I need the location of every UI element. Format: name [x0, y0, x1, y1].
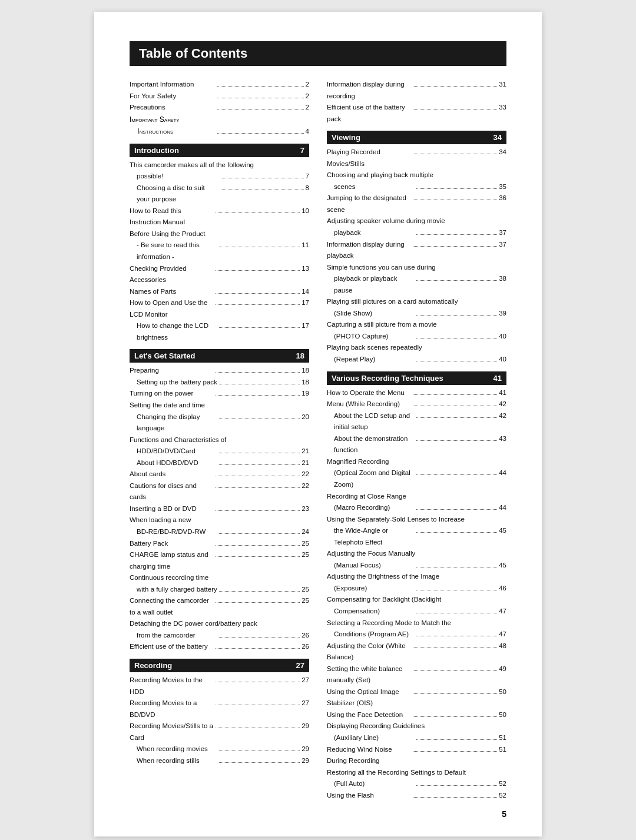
list-item: Setting the white balance manually (Set)… — [327, 663, 506, 686]
list-item: CHARGE lamp status and charging time 25 — [130, 549, 309, 572]
section-recording-entries: Recording Movies to the HDD 27 Recording… — [130, 675, 309, 766]
list-item: Cautions for discs and cards 22 — [130, 480, 309, 503]
list-item: Adjusting the Focus Manually — [327, 548, 506, 560]
page: Table of Contents Important Information … — [94, 12, 542, 836]
section-introduction-entries: This camcorder makes all of the followin… — [130, 160, 309, 344]
list-item: Selecting a Recording Mode to Match the — [327, 617, 506, 629]
list-item: Playing back scenes repeatedly — [327, 342, 506, 354]
section-recording-techniques-num: 41 — [493, 374, 502, 383]
section-viewing: Viewing 34 — [327, 131, 506, 144]
list-item: Menu (While Recording) 42 — [327, 399, 506, 410]
list-item: Using the Flash 52 — [327, 790, 506, 802]
list-item: Playing still pictures on a card automat… — [327, 296, 506, 308]
top-entries-right: Information display during recording 31 … — [327, 79, 506, 125]
list-item: Connecting the camcorder to a wall outle… — [130, 595, 309, 618]
list-item: BD-RE/BD-R/DVD-RW 24 — [130, 526, 309, 538]
list-item: (Exposure) 46 — [327, 583, 506, 595]
section-viewing-entries: Playing Recorded Movies/Stills 34 Choosi… — [327, 147, 506, 365]
list-item: (Repeat Play) 40 — [327, 354, 506, 366]
list-item: Using the Face Detection 50 — [327, 709, 506, 721]
list-item: Choosing a disc to suit your purpose 8 — [130, 182, 309, 205]
list-item: with a fully charged battery 25 — [130, 584, 309, 596]
list-item: How to change the LCD brightness 17 — [130, 320, 309, 343]
section-introduction-num: 7 — [300, 146, 304, 155]
list-item: (Macro Recording) 44 — [327, 502, 506, 514]
list-item: Names of Parts 14 — [130, 286, 309, 298]
list-item: Jumping to the designated scene 36 — [327, 192, 506, 215]
section-introduction: Introduction 7 — [130, 144, 309, 157]
top-entries-left: Important Information 2 For Your Safety … — [130, 79, 309, 138]
list-item: Changing the display language 20 — [130, 411, 309, 434]
list-item: - Be sure to read this information - 11 — [130, 240, 309, 263]
section-recording-num: 27 — [296, 661, 304, 670]
list-item: Functions and Characteristics of — [130, 434, 309, 446]
list-item: How to Read this Instruction Manual 10 — [130, 205, 309, 228]
list-item: Using the Optical Image Stabilizer (OIS)… — [327, 686, 506, 709]
list-item: Setting the date and time — [130, 400, 309, 411]
list-item: (Full Auto) 52 — [327, 778, 506, 790]
page-number: 5 — [502, 809, 506, 819]
list-item: Compensation) 47 — [327, 606, 506, 617]
toc-entry-precautions: Precautions 2 — [130, 102, 309, 114]
list-item: Using the Separately-Sold Lenses to Incr… — [327, 514, 506, 526]
list-item: Adjusting the Color (White Balance) 48 — [327, 640, 506, 663]
list-item: scenes 35 — [327, 181, 506, 193]
list-item: (Manual Focus) 45 — [327, 560, 506, 572]
list-item: (Auxiliary Line) 51 — [327, 732, 506, 744]
right-column: Information display during recording 31 … — [327, 79, 506, 801]
section-get-started: Let's Get Started 18 — [130, 349, 309, 363]
list-item: Recording Movies/Stills to a Card 29 — [130, 721, 309, 743]
section-viewing-num: 34 — [493, 133, 502, 142]
list-item: possible! 7 — [130, 171, 309, 182]
section-recording-techniques-title: Various Recording Techniques — [332, 374, 443, 383]
section-recording-title: Recording — [134, 661, 172, 670]
list-item: When recording movies 29 — [130, 743, 309, 755]
list-item: (PHOTO Capture) 40 — [327, 331, 506, 343]
list-item: HDD/BD/DVD/Card 21 — [130, 446, 309, 457]
list-item: Restoring all the Recording Settings to … — [327, 767, 506, 779]
list-item: Recording Movies to the HDD 27 — [130, 675, 309, 698]
list-item: Reducing Wind Noise During Recording 51 — [327, 744, 506, 767]
section-introduction-title: Introduction — [134, 146, 179, 155]
list-item: Preparing 18 — [130, 365, 309, 377]
list-item: Efficient use of the battery 26 — [130, 641, 309, 653]
list-item: Recording Movies to a BD/DVD 27 — [130, 698, 309, 721]
section-get-started-entries: Preparing 18 Setting up the battery pack… — [130, 365, 309, 653]
list-item: Information display during playback 37 — [327, 239, 506, 262]
list-item: Setting up the battery pack 18 — [130, 377, 309, 389]
list-item: from the camcorder 26 — [130, 630, 309, 642]
list-item: This camcorder makes all of the followin… — [130, 160, 309, 171]
list-item: When recording stills 29 — [130, 755, 309, 767]
list-item: Capturing a still picture from a movie — [327, 319, 506, 331]
list-item: Recording at Close Range — [327, 491, 506, 503]
left-column: Important Information 2 For Your Safety … — [130, 79, 309, 801]
list-item: Simple functions you can use during — [327, 262, 506, 274]
list-item: Playing Recorded Movies/Stills 34 — [327, 147, 506, 170]
toc-entry-safety: For Your Safety 2 — [130, 91, 309, 102]
list-item: (Optical Zoom and Digital Zoom) 44 — [327, 467, 506, 490]
section-viewing-title: Viewing — [332, 133, 360, 142]
list-item: How to Operate the Menu 41 — [327, 387, 506, 399]
section-get-started-num: 18 — [296, 351, 304, 360]
list-item: playback 37 — [327, 227, 506, 239]
list-item: Adjusting the Brightness of the Image — [327, 571, 506, 583]
section-recording-techniques-entries: How to Operate the Menu 41 Menu (While R… — [327, 387, 506, 802]
list-item: Adjusting speaker volume during movie — [327, 215, 506, 227]
list-item: About cards 22 — [130, 469, 309, 480]
page-title: Table of Contents — [130, 41, 506, 66]
list-item: Continuous recording time — [130, 572, 309, 584]
list-item: Compensating for Backlight (Backlight — [327, 594, 506, 606]
section-recording-techniques: Various Recording Techniques 41 — [327, 371, 506, 385]
list-item: Battery Pack 25 — [130, 538, 309, 550]
list-item: (Slide Show) 39 — [327, 308, 506, 320]
list-item: the Wide-Angle or Telephoto Effect 45 — [327, 525, 506, 548]
section-recording: Recording 27 — [130, 659, 309, 672]
list-item: About HDD/BD/DVD 21 — [130, 457, 309, 469]
list-item: Conditions (Program AE) 47 — [327, 629, 506, 640]
list-item: Magnified Recording — [327, 456, 506, 468]
list-item: Choosing and playing back multiple — [327, 170, 506, 181]
list-item: How to Open and Use the LCD Monitor 17 — [130, 297, 309, 320]
toc-entry-important-safety: Important Safety Instructions 4 — [130, 114, 309, 138]
list-item: Checking Provided Accessories 13 — [130, 263, 309, 286]
section-get-started-title: Let's Get Started — [134, 351, 196, 360]
